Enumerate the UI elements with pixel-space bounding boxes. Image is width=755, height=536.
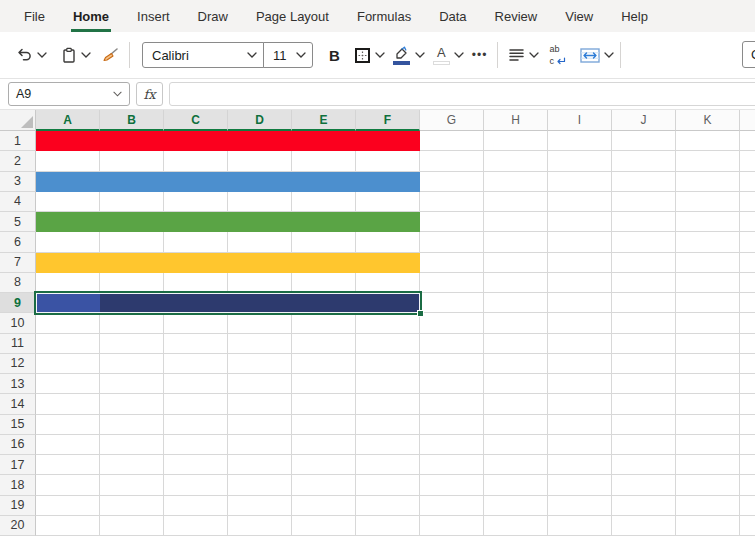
cell-E3[interactable]: [292, 172, 356, 192]
column-header-F[interactable]: F: [356, 110, 420, 131]
cell-J6[interactable]: [612, 232, 676, 252]
cell-J19[interactable]: [612, 496, 676, 516]
row-header-8[interactable]: 8: [0, 273, 36, 293]
cell-partial-17[interactable]: [740, 455, 755, 475]
cell-partial-3[interactable]: [740, 172, 755, 192]
cell-C7[interactable]: [164, 253, 228, 273]
cell-C19[interactable]: [164, 496, 228, 516]
cell-partial-12[interactable]: [740, 354, 755, 374]
menu-tab-page-layout[interactable]: Page Layout: [242, 0, 343, 32]
cell-K20[interactable]: [676, 516, 740, 536]
cell-C9[interactable]: [164, 293, 228, 313]
row-header-15[interactable]: 15: [0, 415, 36, 435]
cell-C5[interactable]: [164, 212, 228, 232]
row-header-16[interactable]: 16: [0, 435, 36, 455]
cell-I2[interactable]: [548, 151, 612, 171]
row-header-4[interactable]: 4: [0, 192, 36, 212]
cell-C11[interactable]: [164, 334, 228, 354]
cell-F1[interactable]: [356, 131, 420, 151]
number-format-combo[interactable]: G: [742, 41, 755, 68]
cell-H19[interactable]: [484, 496, 548, 516]
cell-A9[interactable]: [36, 293, 100, 313]
cell-B2[interactable]: [100, 151, 164, 171]
cell-H7[interactable]: [484, 253, 548, 273]
cell-A10[interactable]: [36, 313, 100, 333]
cell-G2[interactable]: [420, 151, 484, 171]
cell-partial-5[interactable]: [740, 212, 755, 232]
cell-H9[interactable]: [484, 293, 548, 313]
cell-B1[interactable]: [100, 131, 164, 151]
cell-G15[interactable]: [420, 415, 484, 435]
cell-G5[interactable]: [420, 212, 484, 232]
cell-G13[interactable]: [420, 374, 484, 394]
cell-F18[interactable]: [356, 475, 420, 495]
cell-C13[interactable]: [164, 374, 228, 394]
cell-F16[interactable]: [356, 435, 420, 455]
cell-B18[interactable]: [100, 475, 164, 495]
cell-G12[interactable]: [420, 354, 484, 374]
row-header-20[interactable]: 20: [0, 516, 36, 536]
cell-G3[interactable]: [420, 172, 484, 192]
cell-partial-10[interactable]: [740, 313, 755, 333]
cell-E16[interactable]: [292, 435, 356, 455]
cell-K15[interactable]: [676, 415, 740, 435]
row-header-5[interactable]: 5: [0, 212, 36, 232]
cell-I6[interactable]: [548, 232, 612, 252]
menu-tab-formulas[interactable]: Formulas: [343, 0, 425, 32]
cell-D6[interactable]: [228, 232, 292, 252]
menu-tab-help[interactable]: Help: [607, 0, 662, 32]
cell-partial-6[interactable]: [740, 232, 755, 252]
cell-B4[interactable]: [100, 192, 164, 212]
cell-I15[interactable]: [548, 415, 612, 435]
cell-J9[interactable]: [612, 293, 676, 313]
cell-F6[interactable]: [356, 232, 420, 252]
menu-tab-draw[interactable]: Draw: [184, 0, 242, 32]
menu-tab-file[interactable]: File: [10, 0, 59, 32]
cell-H2[interactable]: [484, 151, 548, 171]
cell-F14[interactable]: [356, 394, 420, 414]
cell-G4[interactable]: [420, 192, 484, 212]
cell-K14[interactable]: [676, 394, 740, 414]
cell-E15[interactable]: [292, 415, 356, 435]
column-header-I[interactable]: I: [548, 110, 612, 131]
cell-G8[interactable]: [420, 273, 484, 293]
cell-H13[interactable]: [484, 374, 548, 394]
column-header-K[interactable]: K: [676, 110, 740, 131]
row-header-3[interactable]: 3: [0, 172, 36, 192]
cell-B10[interactable]: [100, 313, 164, 333]
cell-F20[interactable]: [356, 516, 420, 536]
cell-A3[interactable]: [36, 172, 100, 192]
insert-function-button[interactable]: fx: [136, 82, 163, 106]
cell-E20[interactable]: [292, 516, 356, 536]
cell-A5[interactable]: [36, 212, 100, 232]
cell-K6[interactable]: [676, 232, 740, 252]
cell-C17[interactable]: [164, 455, 228, 475]
column-header-E[interactable]: E: [292, 110, 356, 131]
cell-J10[interactable]: [612, 313, 676, 333]
row-header-1[interactable]: 1: [0, 131, 36, 151]
cell-partial-11[interactable]: [740, 334, 755, 354]
cell-D19[interactable]: [228, 496, 292, 516]
cell-partial-1[interactable]: [740, 131, 755, 151]
cell-E7[interactable]: [292, 253, 356, 273]
cell-H4[interactable]: [484, 192, 548, 212]
cell-A8[interactable]: [36, 273, 100, 293]
cell-E9[interactable]: [292, 293, 356, 313]
cell-partial-4[interactable]: [740, 192, 755, 212]
cell-A2[interactable]: [36, 151, 100, 171]
cell-C2[interactable]: [164, 151, 228, 171]
cell-H15[interactable]: [484, 415, 548, 435]
cell-H11[interactable]: [484, 334, 548, 354]
cell-I10[interactable]: [548, 313, 612, 333]
cell-G18[interactable]: [420, 475, 484, 495]
cell-J8[interactable]: [612, 273, 676, 293]
cell-partial-19[interactable]: [740, 496, 755, 516]
cell-C16[interactable]: [164, 435, 228, 455]
cell-A15[interactable]: [36, 415, 100, 435]
cell-K9[interactable]: [676, 293, 740, 313]
cell-partial-14[interactable]: [740, 394, 755, 414]
cell-I3[interactable]: [548, 172, 612, 192]
cell-J1[interactable]: [612, 131, 676, 151]
cell-D7[interactable]: [228, 253, 292, 273]
cell-E8[interactable]: [292, 273, 356, 293]
